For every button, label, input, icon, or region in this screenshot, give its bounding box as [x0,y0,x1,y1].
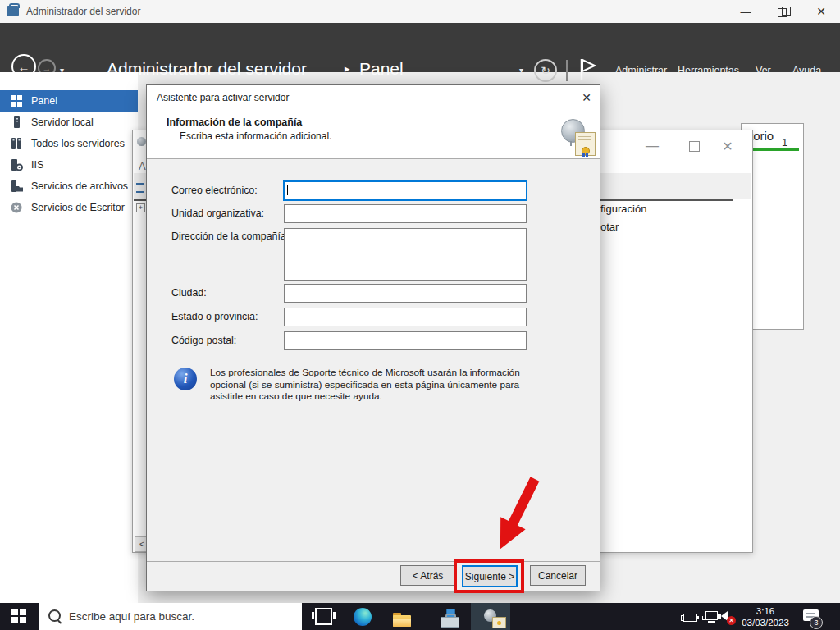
clock-date: 03/03/2023 [735,617,796,628]
field-label-estado: Estado o provincia: [171,311,258,322]
menu-herramientas[interactable]: Herramientas [678,65,739,76]
cancel-button[interactable]: Cancelar [530,565,586,586]
iis-icon [10,158,23,171]
minimize-icon[interactable]: — [732,1,760,22]
tile-count: 1 [782,136,788,148]
toolbar-divider [566,60,568,81]
arrow-annotation [489,472,546,553]
notification-count-badge: 3 [810,616,823,629]
state-province-field[interactable] [284,308,527,326]
sidebar: Panel Servidor local Todos los servidore… [0,72,138,603]
organizational-unit-field[interactable] [284,204,527,223]
field-label-codigo: Código postal: [171,335,236,346]
dialog-title: Asistente para activar servidor [157,92,289,103]
activation-wizard-button[interactable] [471,603,510,630]
sidebar-item-panel[interactable]: Panel [0,90,138,112]
dish-stand [570,141,572,146]
header-separator [147,158,600,159]
refresh-icon[interactable]: ↻ [534,59,557,82]
partial-dish-icon [137,137,146,146]
activation-wizard-dialog: Asistente para activar servidor ✕ Inform… [146,84,600,591]
sidebar-item-servicios-escritorio[interactable]: Servicios de Escritor [0,197,138,218]
sidebar-item-servidor-local[interactable]: Servidor local [0,112,138,133]
bg-maximize-icon[interactable] [689,141,700,152]
bg-window-column-divider [678,201,678,222]
file-explorer-button[interactable] [386,603,418,630]
field-label-direccion: Dirección de la compañía: [171,231,289,242]
activation-wizard-icon [476,605,505,628]
flag-icon[interactable] [579,57,597,82]
restore-icon[interactable] [769,1,797,22]
dialog-subheading: Escriba esta información adicional. [180,130,331,142]
screen: Administrador del servidor — ✕ ← → ▾ Adm… [0,0,840,630]
field-label-ciudad: Ciudad: [171,287,207,299]
dialog-close-icon[interactable]: ✕ [577,89,596,107]
certificate-icon [575,132,596,156]
list-item[interactable]: figuración [600,203,646,215]
sidebar-item-label: Servidor local [31,116,94,128]
remote-desktop-services-icon [10,201,23,214]
task-view-icon [315,608,332,625]
dashboard-grid-icon [10,94,23,107]
server-icon [10,116,23,129]
back-button[interactable]: < Atrás [400,565,455,586]
taskbar-clock[interactable]: 3:16 03/03/2023 [735,605,796,628]
sidebar-item-todos-los-servidores[interactable]: Todos los servidores [0,133,138,154]
task-view-button[interactable] [308,603,338,630]
menu-ayuda[interactable]: Ayuda [792,65,821,76]
city-field[interactable] [284,284,527,303]
info-icon: i [174,368,197,390]
partial-list-icon [136,183,144,193]
start-icon[interactable] [11,609,26,623]
clock-time: 3:16 [735,605,796,617]
tile-status-line [752,148,799,151]
footer-separator [147,561,600,562]
menu-ver[interactable]: Ver [756,65,771,76]
tile-title-fragment: torio [750,129,774,143]
sidebar-item-servicios-archivos[interactable]: Servicios de archivos [0,176,138,197]
server-manager-icon [439,606,460,628]
close-icon[interactable]: ✕ [807,1,835,22]
sidebar-item-label: Panel [31,95,57,107]
edge-button[interactable] [348,603,377,630]
network-icon[interactable] [705,610,719,623]
field-label-email: Correo electrónico: [171,185,258,196]
tree-expand-icon[interactable]: + [136,203,145,212]
sidebar-item-label: Servicios de Escritor [31,202,125,213]
servers-icon [10,137,23,150]
menu-administrar[interactable]: Administrar [615,65,667,76]
search-placeholder: Escribe aquí para buscar. [69,610,194,623]
app-titlebar: Administrador del servidor — ✕ [0,0,840,23]
sidebar-item-label: Servicios de archivos [31,180,128,192]
postal-code-field[interactable] [284,331,527,350]
breadcrumb-arrow-icon: ▸ [345,62,350,75]
highlight-annotation [454,559,524,593]
edge-icon [354,608,372,626]
server-manager-header: ← → ▾ Administrador del servidor ▸ Panel… [0,23,840,72]
server-manager-app-icon [7,6,19,16]
company-address-field[interactable] [284,228,527,281]
taskbar-search[interactable]: Escribe aquí para buscar. [39,603,302,630]
sidebar-item-iis[interactable]: IIS [0,154,138,176]
search-icon [48,609,61,622]
file-services-icon [10,180,23,193]
app-title: Administrador del servidor [26,6,140,17]
sidebar-item-label: IIS [31,159,43,171]
email-field[interactable] [284,181,527,200]
bg-close-icon[interactable]: ✕ [715,137,740,155]
field-label-unidad: Unidad organizativa: [171,208,264,219]
info-text: Los profesionales de Soporte técnico de … [210,367,538,403]
file-explorer-icon [393,607,411,627]
text-caret [287,185,288,195]
toolbar-chevron-down-icon[interactable]: ▾ [519,66,523,75]
sidebar-item-label: Todos los servidores [31,138,125,149]
server-manager-button[interactable] [431,603,468,630]
partial-letter: A [139,160,146,172]
bg-minimize-icon[interactable]: — [640,137,664,155]
breadcrumb-page: Panel [359,59,404,79]
battery-icon[interactable] [683,611,700,623]
list-item[interactable]: otar [600,221,619,233]
notification-icon[interactable]: 3 [803,609,823,627]
dialog-heading: Información de la compañía [167,116,302,128]
taskbar: Escribe aquí para buscar. [0,603,840,630]
